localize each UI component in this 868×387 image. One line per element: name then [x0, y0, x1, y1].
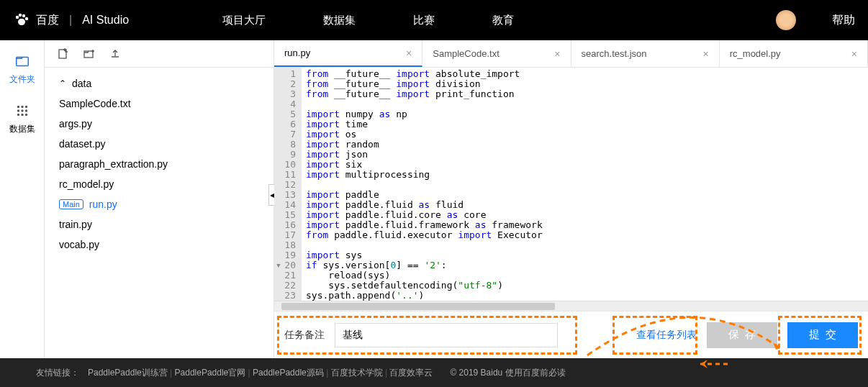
svg-point-0 [16, 16, 19, 19]
svg-point-11 [17, 114, 19, 116]
file-name: paragraph_extraction.py [59, 158, 168, 170]
chevron-down-icon: ⌃ [59, 78, 66, 88]
dataset-icon [14, 103, 30, 119]
svg-point-8 [17, 109, 19, 111]
task-bar: 任务备注 查看任务列表 保存 提交 [274, 311, 868, 358]
nav-contests[interactable]: 比赛 [413, 14, 435, 27]
collapse-handle[interactable]: ◀ [268, 184, 274, 206]
save-button[interactable]: 保存 [707, 322, 777, 348]
footer-link[interactable]: PaddlePaddle官网 [175, 368, 246, 378]
editor-tab[interactable]: run.py× [274, 40, 422, 67]
footer-link[interactable]: 百度技术学院 [331, 368, 383, 378]
file-name: run.py [89, 199, 117, 210]
task-remark-input[interactable] [335, 323, 558, 347]
file-toolbar [45, 40, 273, 68]
tree-item[interactable]: vocab.py [45, 235, 273, 255]
editor-tab[interactable]: SampleCode.txt× [422, 40, 571, 67]
file-tree: ⌃ data SampleCode.txtargs.pydataset.pypa… [45, 68, 273, 358]
footer-copyright: © 2019 Baidu 使用百度前必读 [450, 367, 565, 379]
line-gutter: 12345678910111213141516171819▾2021222324 [274, 68, 302, 301]
new-folder-icon[interactable] [83, 48, 95, 60]
svg-point-5 [17, 106, 19, 108]
code-editor[interactable]: 12345678910111213141516171819▾2021222324… [274, 68, 868, 301]
view-task-list-link[interactable]: 查看任务列表 [636, 329, 697, 342]
sidebar-nav: 文件夹 数据集 [0, 40, 45, 358]
baidu-paw-icon [13, 12, 30, 29]
svg-point-3 [25, 17, 28, 20]
file-name: SampleCode.txt [59, 98, 131, 109]
upload-icon[interactable] [109, 48, 121, 60]
close-icon[interactable]: × [554, 48, 560, 60]
submit-button[interactable]: 提交 [787, 322, 858, 348]
svg-point-1 [19, 14, 22, 17]
tree-item[interactable]: train.py [45, 214, 273, 235]
svg-point-10 [24, 109, 27, 111]
file-name: args.py [59, 118, 92, 129]
top-nav: 项目大厅 数据集 比赛 教育 [222, 14, 514, 27]
file-name: vocab.py [59, 239, 99, 250]
tree-item[interactable]: paragraph_extraction.py [45, 154, 273, 174]
sidebar-tab-dataset[interactable]: 数据集 [9, 103, 35, 135]
svg-point-12 [21, 114, 23, 116]
editor-tab[interactable]: search.test.json× [571, 40, 720, 67]
main-badge: Main [59, 199, 83, 209]
file-name: dataset.py [59, 138, 106, 150]
nav-education[interactable]: 教育 [492, 14, 514, 27]
code-body[interactable]: from __future__ import absolute_importfr… [302, 68, 868, 301]
h-scrollbar[interactable] [274, 301, 868, 311]
sidebar-tab-label: 数据集 [9, 123, 35, 135]
svg-point-9 [21, 109, 23, 111]
editor-area: ◀ run.py×SampleCode.txt×search.test.json… [273, 40, 868, 358]
nav-projects[interactable]: 项目大厅 [222, 14, 266, 27]
svg-point-2 [22, 14, 25, 17]
svg-point-6 [21, 106, 23, 108]
task-remark-label: 任务备注 [284, 329, 325, 342]
file-name: rc_model.py [59, 178, 114, 190]
tree-item[interactable]: SampleCode.txt [45, 94, 273, 114]
tab-label: run.py [284, 47, 310, 58]
folder-icon [14, 53, 30, 69]
editor-tab[interactable]: rc_model.py× [720, 40, 868, 67]
file-name: train.py [59, 219, 92, 230]
footer-link[interactable]: PaddlePaddle源码 [253, 368, 324, 378]
main: 文件夹 数据集 ⌃ data SampleCode.txtargs.pydata… [0, 40, 868, 358]
logo-baidu-text: 百度 [36, 13, 59, 28]
tab-label: search.test.json [582, 48, 647, 59]
tree-folder-data[interactable]: ⌃ data [45, 73, 273, 94]
avatar[interactable] [776, 10, 796, 30]
logo-separator: | [69, 14, 72, 27]
close-icon[interactable]: × [703, 48, 709, 60]
footer-label: 友情链接： [36, 367, 79, 379]
logo[interactable]: 百度 | AI Studio [13, 12, 129, 29]
close-icon[interactable]: × [406, 47, 412, 59]
footer: 友情链接： PaddlePaddle训练营 | PaddlePaddle官网 |… [0, 358, 868, 387]
tree-item[interactable]: args.py [45, 114, 273, 134]
tree-item[interactable]: dataset.py [45, 134, 273, 154]
svg-point-13 [24, 114, 27, 116]
editor-tabs: run.py×SampleCode.txt×search.test.json×r… [274, 40, 868, 68]
footer-link[interactable]: 百度效率云 [389, 368, 433, 378]
close-icon[interactable]: × [851, 48, 857, 60]
tree-item[interactable]: Mainrun.py [45, 194, 273, 214]
svg-point-7 [24, 106, 27, 108]
tree-item[interactable]: rc_model.py [45, 174, 273, 194]
help-link[interactable]: 帮助 [832, 13, 855, 28]
sidebar-tab-files[interactable]: 文件夹 [9, 53, 35, 86]
nav-datasets[interactable]: 数据集 [323, 14, 356, 27]
sidebar-tab-label: 文件夹 [9, 73, 35, 86]
footer-link[interactable]: PaddlePaddle训练营 [88, 368, 168, 378]
file-panel: ⌃ data SampleCode.txtargs.pydataset.pypa… [45, 40, 273, 358]
header: 百度 | AI Studio 项目大厅 数据集 比赛 教育 帮助 [0, 0, 868, 40]
new-file-icon[interactable] [58, 48, 69, 60]
tab-label: SampleCode.txt [433, 48, 499, 59]
tab-label: rc_model.py [730, 48, 781, 59]
folder-name: data [72, 78, 91, 89]
logo-studio-text: AI Studio [82, 14, 129, 27]
